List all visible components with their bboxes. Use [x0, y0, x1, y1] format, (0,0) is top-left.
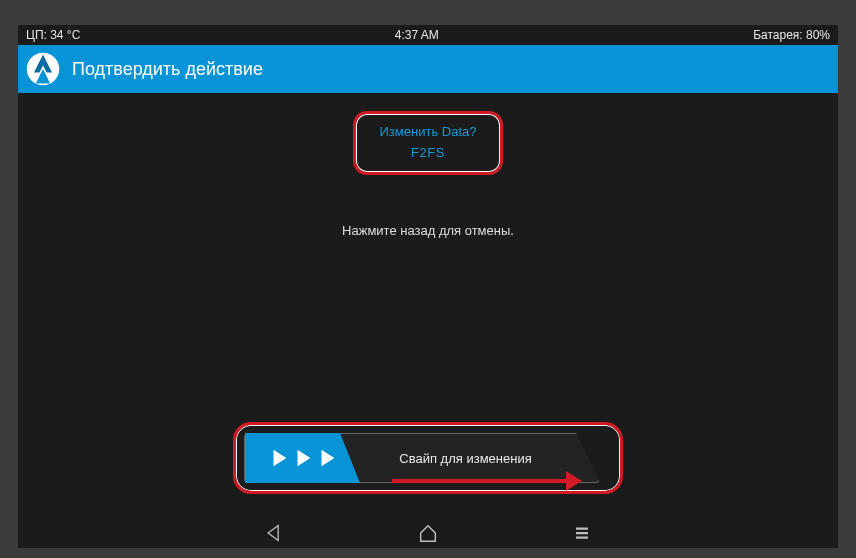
- nav-menu-button[interactable]: [570, 521, 594, 545]
- prompt-question: Изменить Data?: [362, 124, 494, 139]
- cpu-temp: ЦП: 34 °C: [26, 28, 80, 42]
- confirm-prompt: Изменить Data? F2FS: [353, 111, 503, 175]
- page-title: Подтвердить действие: [72, 59, 263, 80]
- nav-bar: [18, 518, 838, 548]
- play-icon: [292, 447, 314, 469]
- swipe-label: Свайп для изменения: [360, 451, 599, 466]
- title-bar: Подтвердить действие: [18, 45, 838, 93]
- swipe-confirm-highlight: Свайп для изменения: [233, 422, 623, 494]
- swipe-confirm-slider[interactable]: Свайп для изменения: [244, 433, 600, 483]
- swipe-handle[interactable]: [245, 433, 360, 483]
- back-hint: Нажмите назад для отмены.: [18, 223, 838, 238]
- play-icon: [316, 447, 338, 469]
- clock: 4:37 AM: [80, 28, 753, 42]
- content-area: Изменить Data? F2FS Нажмите назад для от…: [18, 93, 838, 518]
- recovery-screen: ЦП: 34 °C 4:37 AM Батарея: 80% Подтверди…: [18, 25, 838, 548]
- status-bar: ЦП: 34 °C 4:37 AM Батарея: 80%: [18, 25, 838, 45]
- twrp-logo-icon: [24, 50, 62, 88]
- annotation-arrow-icon: [392, 479, 568, 483]
- nav-back-button[interactable]: [262, 521, 286, 545]
- nav-home-button[interactable]: [416, 521, 440, 545]
- play-icon: [268, 447, 290, 469]
- prompt-value: F2FS: [362, 145, 494, 160]
- battery-level: Батарея: 80%: [753, 28, 830, 42]
